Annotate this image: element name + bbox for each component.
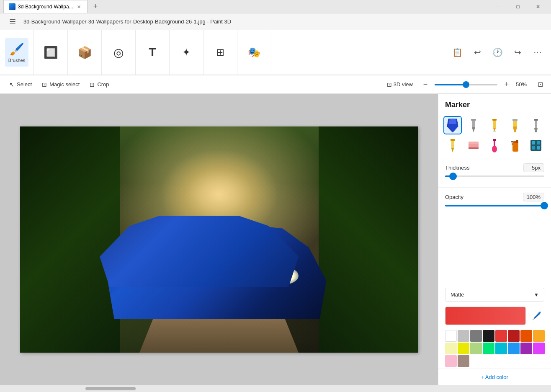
brush-item-eraser[interactable] bbox=[464, 136, 483, 155]
calligraphy-icon bbox=[531, 118, 541, 132]
color-swatch-magenta[interactable] bbox=[533, 343, 545, 354]
matte-dropdown[interactable]: Matte ▼ bbox=[445, 288, 544, 302]
3dshapes-icon: 📦 bbox=[77, 46, 92, 59]
color-swatch-lightyellow[interactable] bbox=[445, 343, 457, 354]
crop-button[interactable]: ⊡ Crop bbox=[85, 79, 113, 90]
horizontal-scrollbar[interactable] bbox=[0, 385, 551, 392]
brush-item-pen[interactable] bbox=[464, 116, 483, 134]
ribbon-tool-stickers-btn[interactable]: ◎ bbox=[107, 38, 130, 67]
right-panel: Marker bbox=[438, 94, 551, 385]
opacity-slider-track bbox=[445, 205, 544, 206]
3dview-label[interactable]: ⊡ 3D view bbox=[384, 80, 416, 90]
zoom-slider[interactable] bbox=[435, 84, 497, 85]
main-area: Marker bbox=[0, 94, 551, 385]
magic-select-button[interactable]: ⊡ Magic select bbox=[38, 79, 84, 90]
color-swatch-cyan[interactable] bbox=[495, 343, 507, 354]
magic-select-icon: ⊡ bbox=[42, 81, 47, 88]
thickness-slider[interactable] bbox=[445, 175, 544, 177]
color-swatch-darkred[interactable] bbox=[508, 330, 520, 342]
zoom-fit-button[interactable]: ⊡ bbox=[534, 79, 546, 90]
paste-button[interactable]: 📋 bbox=[449, 44, 466, 61]
color-swatch-brown[interactable] bbox=[458, 355, 469, 367]
mixed-reality-icon: 🎭 bbox=[248, 46, 260, 58]
ribbon-tool-3dshapes[interactable]: 📦 bbox=[73, 38, 96, 67]
ribbon-tool-stickers: ◎ bbox=[102, 30, 136, 75]
color-swatch-red[interactable] bbox=[495, 330, 507, 342]
undo-button[interactable]: ↩ bbox=[469, 44, 486, 61]
new-tab-button[interactable]: + bbox=[91, 2, 100, 11]
zoom-in-button[interactable]: + bbox=[501, 79, 512, 90]
brush-item-spraypaint[interactable] bbox=[506, 136, 524, 155]
paste-icon: 📋 bbox=[452, 47, 463, 57]
minimize-button[interactable]: — bbox=[488, 0, 507, 13]
svg-rect-31 bbox=[537, 141, 540, 144]
spraypaint-icon bbox=[509, 138, 521, 152]
ribbon-tool-brushes[interactable]: 🖌️ Brushes bbox=[5, 38, 28, 67]
magic-select-label: Magic select bbox=[49, 81, 80, 88]
opacity-slider-thumb[interactable] bbox=[541, 202, 548, 209]
history-icon: 🕐 bbox=[492, 47, 503, 57]
canvas-area[interactable] bbox=[0, 94, 438, 385]
eyedropper-button[interactable]: 🖊️ bbox=[529, 308, 544, 323]
svg-rect-8 bbox=[493, 131, 496, 132]
stickers-icon: ◎ bbox=[113, 46, 124, 59]
canvas-image[interactable] bbox=[20, 126, 418, 353]
ribbon-tool-2dshapes[interactable]: 🔲 bbox=[39, 38, 62, 67]
ribbon-tool-canvas-btn[interactable]: ⊞ bbox=[209, 38, 232, 67]
brush-item-pixel[interactable] bbox=[527, 136, 545, 155]
tab-close-button[interactable]: ✕ bbox=[76, 4, 82, 10]
opacity-slider[interactable] bbox=[445, 205, 544, 206]
hamburger-menu-button[interactable]: ☰ bbox=[5, 14, 20, 29]
brush-item-brush[interactable] bbox=[485, 136, 504, 155]
color-swatch-lightgrey[interactable] bbox=[458, 330, 469, 342]
window-controls: — □ ✕ bbox=[488, 0, 548, 13]
brush-item-pencil2[interactable] bbox=[443, 136, 462, 155]
color-swatch-orange[interactable] bbox=[520, 330, 532, 342]
thickness-label: Thickness bbox=[445, 165, 470, 171]
ribbon-tool-mixed-btn[interactable]: 🎭 bbox=[242, 38, 266, 67]
brush-item-pencil[interactable] bbox=[485, 116, 504, 134]
color-swatch-green[interactable] bbox=[483, 343, 494, 354]
svg-rect-23 bbox=[493, 139, 496, 141]
brush-item-marker[interactable] bbox=[443, 116, 462, 134]
color-swatch-brightyellow[interactable] bbox=[458, 343, 469, 354]
highlighter-icon bbox=[510, 118, 520, 132]
svg-rect-33 bbox=[537, 146, 540, 150]
add-color-button[interactable]: + Add color bbox=[438, 369, 551, 385]
color-swatch-grey[interactable] bbox=[470, 330, 482, 342]
brush-item-highlighter[interactable] bbox=[506, 116, 524, 134]
sub-toolbar: ↖ Select ⊡ Magic select ⊡ Crop ⊡ 3D view… bbox=[0, 75, 551, 94]
app-tab[interactable]: 3d-Background-Wallpa... ✕ bbox=[3, 0, 88, 13]
maximize-button[interactable]: □ bbox=[508, 0, 528, 13]
color-swatch-purple[interactable] bbox=[520, 343, 532, 354]
brush-item-calligraphy[interactable] bbox=[527, 116, 545, 134]
redo-button[interactable]: ↪ bbox=[509, 44, 526, 61]
ribbon-tool-effects-btn[interactable]: ✦ bbox=[175, 38, 198, 67]
more-button[interactable]: ⋯ bbox=[529, 44, 546, 61]
zoom-out-button[interactable]: − bbox=[420, 79, 431, 90]
active-color-swatch[interactable] bbox=[445, 307, 526, 325]
redo-icon: ↪ bbox=[514, 47, 521, 57]
canvas-icon: ⊞ bbox=[216, 46, 224, 58]
color-swatch-white[interactable] bbox=[445, 330, 457, 342]
ribbon-right-buttons: 📋 ↩ 🕐 ↪ ⋯ bbox=[444, 30, 551, 75]
hamburger-icon: ☰ bbox=[9, 17, 16, 26]
eyedropper-icon: 🖊️ bbox=[532, 311, 541, 320]
app-favicon bbox=[9, 3, 15, 10]
crop-label: Crop bbox=[97, 81, 109, 88]
more-icon: ⋯ bbox=[533, 47, 542, 57]
scrollbar-thumb[interactable] bbox=[85, 387, 136, 390]
color-swatch-pink[interactable] bbox=[445, 355, 457, 367]
ribbon-tool-mixed: 🎭 bbox=[237, 30, 271, 75]
brushes-icon: 🖌️ bbox=[10, 42, 24, 56]
color-swatch-blue[interactable] bbox=[508, 343, 520, 354]
color-swatch-yellow[interactable] bbox=[533, 330, 545, 342]
thickness-slider-thumb[interactable] bbox=[449, 173, 457, 180]
color-swatch-lightgreen[interactable] bbox=[470, 343, 482, 354]
color-swatch-black[interactable] bbox=[483, 330, 494, 342]
close-button[interactable]: ✕ bbox=[528, 0, 548, 13]
history-button[interactable]: 🕐 bbox=[489, 44, 506, 61]
select-tool-button[interactable]: ↖ Select bbox=[5, 79, 36, 90]
ribbon-tool-text-btn[interactable]: T bbox=[141, 38, 164, 67]
zoom-slider-thumb[interactable] bbox=[463, 81, 469, 88]
